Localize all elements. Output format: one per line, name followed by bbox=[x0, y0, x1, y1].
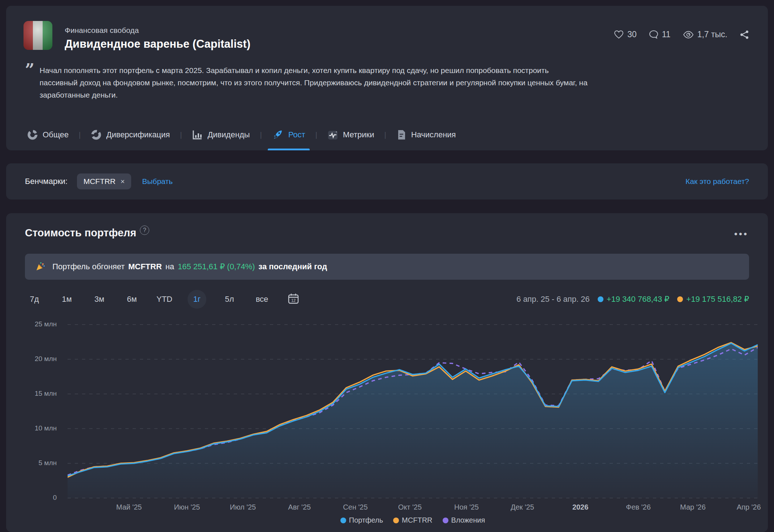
outperform-banner: Портфель обгоняет MCFTRR на 165 251,61 ₽… bbox=[25, 254, 749, 280]
contributions-dot-icon bbox=[443, 518, 448, 523]
comment-icon bbox=[649, 30, 658, 39]
svg-text:12: 12 bbox=[291, 298, 296, 303]
tab-accruals[interactable]: Начисления bbox=[394, 119, 458, 150]
tab-label: Начисления bbox=[411, 130, 456, 140]
tab-divider: | bbox=[260, 131, 262, 139]
bar-chart-icon bbox=[192, 129, 203, 140]
chart-legend: Портфель MCFTRR Вложения bbox=[68, 516, 758, 524]
x-axis: Май '25 Июн '25 Июл '25 Авг '25 Сен '25 … bbox=[68, 503, 758, 513]
tab-dividends[interactable]: Дивиденды bbox=[190, 119, 252, 150]
eye-icon bbox=[683, 31, 694, 39]
portfolio-stats: 30 11 1,7 тыс. bbox=[614, 30, 749, 39]
x-tick: Мар '26 bbox=[680, 503, 706, 511]
tab-general[interactable]: Общее bbox=[25, 119, 71, 150]
calendar-button[interactable]: 12 bbox=[287, 292, 300, 306]
tab-label: Метрики bbox=[343, 130, 374, 140]
tab-label: Рост bbox=[288, 130, 305, 140]
banner-benchmark: MCFTRR bbox=[128, 262, 162, 271]
legend-portfolio: Портфель bbox=[340, 516, 383, 524]
help-icon[interactable]: ? bbox=[140, 226, 149, 235]
x-tick: Дек '25 bbox=[511, 503, 534, 511]
period-ytd[interactable]: YTD bbox=[155, 290, 174, 309]
tab-label: Общее bbox=[43, 130, 69, 140]
rocket-icon bbox=[272, 129, 284, 141]
portfolio-value-card: Стоимость портфеля ? ••• Портфель обгоня… bbox=[6, 213, 768, 532]
comments-button[interactable]: 11 bbox=[649, 30, 671, 39]
period-7d[interactable]: 7д bbox=[25, 290, 44, 309]
portfolio-header-card: Финансовая свобода Дивидендное варенье (… bbox=[6, 6, 768, 150]
y-tick: 10 млн bbox=[14, 424, 57, 432]
share-button[interactable] bbox=[740, 30, 749, 39]
tab-divider: | bbox=[384, 131, 386, 139]
how-it-works-link[interactable]: Как это работает? bbox=[685, 177, 749, 186]
document-icon bbox=[396, 129, 407, 140]
legend-contributions: Вложения bbox=[443, 516, 485, 524]
period-6m[interactable]: 6м bbox=[122, 290, 141, 309]
date-range: 6 апр. 25 - 6 апр. 26 bbox=[516, 295, 589, 304]
y-tick: 5 млн bbox=[14, 459, 57, 467]
benchmark-select-link[interactable]: Выбрать bbox=[142, 177, 173, 186]
views-stat: 1,7 тыс. bbox=[683, 30, 727, 39]
views-count: 1,7 тыс. bbox=[697, 30, 727, 39]
tab-divider: | bbox=[79, 131, 81, 139]
portfolio-delta: +19 340 768,43 ₽ bbox=[598, 295, 670, 304]
share-icon bbox=[740, 30, 749, 39]
y-tick: 0 bbox=[14, 494, 57, 502]
portfolio-avatar[interactable] bbox=[23, 21, 52, 50]
tab-metrics[interactable]: Метрики bbox=[325, 119, 377, 150]
y-tick: 20 млн bbox=[14, 355, 57, 363]
y-tick: 15 млн bbox=[14, 390, 57, 398]
portfolio-chart: 0 5 млн 10 млн 15 млн 20 млн 25 млн Май … bbox=[14, 312, 758, 528]
period-1y[interactable]: 1г bbox=[188, 290, 206, 309]
calendar-icon: 12 bbox=[287, 292, 300, 305]
chart-controls: 7д 1м 3м 6м YTD 1г 5л все 12 6 апр. 25 -… bbox=[25, 290, 749, 309]
tab-growth[interactable]: Рост bbox=[270, 119, 308, 150]
more-options-button[interactable]: ••• bbox=[734, 232, 748, 236]
period-1m[interactable]: 1м bbox=[57, 290, 76, 309]
period-3m[interactable]: 3м bbox=[90, 290, 109, 309]
pulse-icon bbox=[327, 129, 338, 140]
comments-count: 11 bbox=[662, 30, 671, 39]
x-tick: Апр '26 bbox=[737, 503, 761, 511]
benchmark-delta: +19 175 516,82 ₽ bbox=[677, 295, 749, 304]
portfolio-category: Финансовая свобода bbox=[65, 26, 139, 35]
page-title: Дивидендное варенье (Capitalist) bbox=[65, 38, 250, 51]
y-tick: 25 млн bbox=[14, 320, 57, 328]
period-5y[interactable]: 5л bbox=[220, 290, 239, 309]
likes-count: 30 bbox=[627, 30, 637, 39]
chart-title: Стоимость портфеля bbox=[25, 227, 136, 239]
benchmark-dot-icon bbox=[677, 296, 683, 302]
quote-icon: ” bbox=[25, 64, 34, 101]
x-tick-year: 2026 bbox=[572, 503, 589, 511]
banner-text: Портфель обгоняет bbox=[52, 262, 125, 271]
portfolio-dot-icon bbox=[598, 296, 603, 302]
tab-label: Дивиденды bbox=[207, 130, 250, 140]
pie-chart-icon bbox=[91, 129, 102, 140]
portfolio-description-block: ” Начал пополнять этот портфель с марта … bbox=[25, 64, 589, 101]
benchmark-dot-icon bbox=[393, 518, 399, 523]
x-tick: Июн '25 bbox=[174, 503, 200, 511]
donut-chart-icon bbox=[27, 129, 38, 140]
tab-label: Диверсификация bbox=[106, 130, 170, 140]
x-tick: Сен '25 bbox=[343, 503, 367, 511]
benchmarks-bar: Бенчмарки: MCFTRR × Выбрать Как это рабо… bbox=[6, 163, 768, 200]
tab-divider: | bbox=[180, 131, 182, 139]
tab-bar: Общее | Диверсификация | Дивиденды | Рос… bbox=[25, 119, 458, 150]
heart-icon bbox=[614, 30, 624, 39]
close-icon[interactable]: × bbox=[121, 177, 125, 186]
x-tick: Май '25 bbox=[116, 503, 142, 511]
benchmarks-label: Бенчмарки: bbox=[25, 177, 68, 186]
period-all[interactable]: все bbox=[253, 290, 271, 309]
banner-outperformance-value: 165 251,61 ₽ (0,74%) bbox=[178, 262, 255, 271]
tab-divider: | bbox=[315, 131, 317, 139]
party-popper-icon bbox=[35, 262, 45, 272]
benchmark-chip-label: MCFTRR bbox=[83, 177, 116, 186]
banner-period: за последний год bbox=[258, 262, 327, 271]
tab-diversification[interactable]: Диверсификация bbox=[89, 119, 172, 150]
benchmark-chip-mcftrr[interactable]: MCFTRR × bbox=[77, 173, 131, 189]
portfolio-chart-svg[interactable] bbox=[68, 312, 758, 499]
legend-mcftrr: MCFTRR bbox=[393, 516, 432, 524]
likes-button[interactable]: 30 bbox=[614, 30, 637, 39]
banner-text: на bbox=[165, 262, 174, 271]
x-tick: Июл '25 bbox=[230, 503, 256, 511]
